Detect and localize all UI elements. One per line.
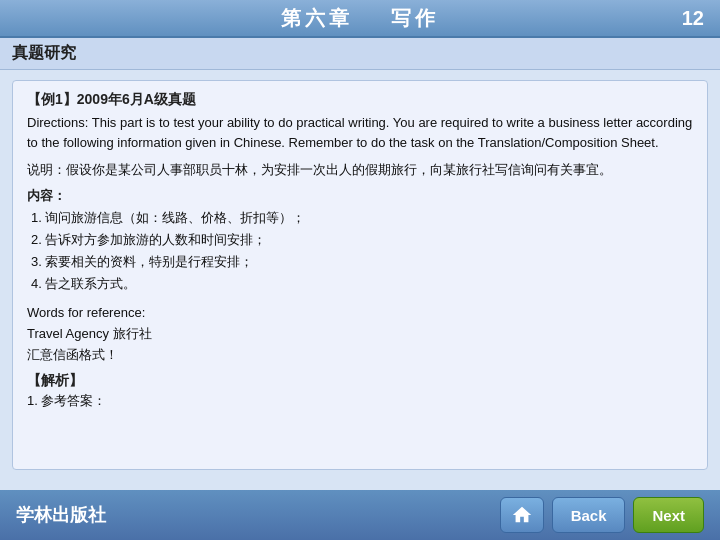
words-line2: 汇意信函格式！ [27,345,693,366]
list-item: 1. 询问旅游信息（如：线路、价格、折扣等）； [31,207,693,229]
words-line1: Travel Agency 旅行社 [27,324,693,345]
list-item: 4. 告之联系方式。 [31,273,693,295]
section-title: 真题研究 [12,43,76,64]
title-text: 写作 [391,7,439,29]
description-text: 说明：假设你是某公司人事部职员十林，为安排一次出人的假期旅行，向某旅行社写信询问… [27,160,693,181]
home-button[interactable] [500,497,544,533]
page-number: 12 [682,7,704,30]
words-section: Words for reference: Travel Agency 旅行社 汇… [27,303,693,365]
example-label: 【例1】2009年6月A级真题 [27,91,693,109]
publisher-name: 学林出版社 [16,503,106,527]
back-button-label: Back [571,507,607,524]
footer: 学林出版社 Back Next [0,490,720,540]
directions-text: Directions: This part is to test your ab… [27,113,693,152]
next-button-label: Next [652,507,685,524]
numbered-list: 1. 询问旅游信息（如：线路、价格、折扣等）； 2. 告诉对方参加旅游的人数和时… [27,207,693,295]
home-icon [511,504,533,526]
words-label: Words for reference: [27,303,693,324]
main-content: 【例1】2009年6月A级真题 Directions: This part is… [0,70,720,490]
list-item: 3. 索要相关的资料，特别是行程安排； [31,251,693,273]
analysis-label: 【解析】 [27,372,693,390]
chapter-text: 第六章 [281,7,353,29]
content-box: 【例1】2009年6月A级真题 Directions: This part is… [12,80,708,470]
content-label: 内容： [27,187,693,205]
back-button[interactable]: Back [552,497,626,533]
footer-buttons: Back Next [500,497,704,533]
header-title: 第六章 写作 [281,5,439,32]
section-bar: 真题研究 [0,38,720,70]
next-button[interactable]: Next [633,497,704,533]
list-item: 2. 告诉对方参加旅游的人数和时间安排； [31,229,693,251]
answer-text: 1. 参考答案： [27,392,693,410]
header: 第六章 写作 12 [0,0,720,38]
